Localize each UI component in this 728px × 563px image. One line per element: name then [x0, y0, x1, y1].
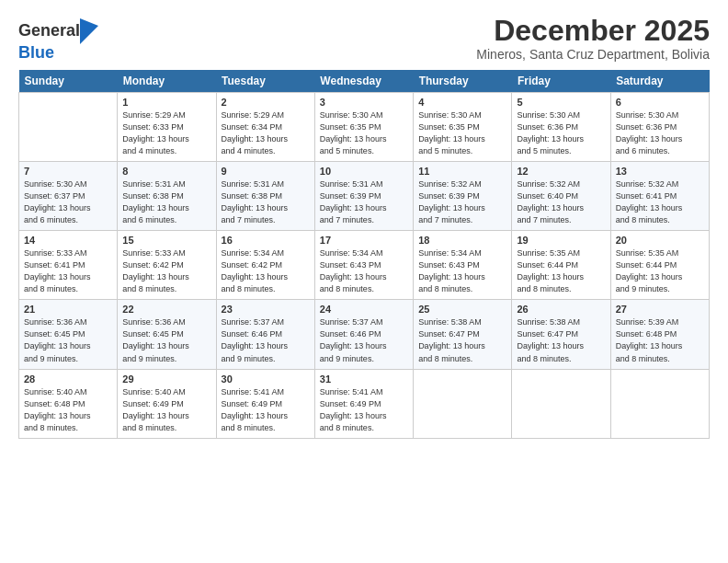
col-friday: Friday — [512, 70, 610, 93]
day-number: 25 — [418, 304, 506, 315]
day-number: 11 — [418, 166, 506, 177]
calendar-cell — [414, 369, 512, 438]
day-number: 18 — [418, 235, 506, 246]
day-number: 1 — [122, 97, 210, 108]
day-number: 12 — [517, 166, 605, 177]
day-info: Sunrise: 5:30 AM Sunset: 6:35 PM Dayligh… — [320, 110, 387, 155]
day-number: 22 — [122, 304, 210, 315]
calendar-cell: 27Sunrise: 5:39 AM Sunset: 6:48 PM Dayli… — [610, 300, 709, 369]
calendar-week-3: 14Sunrise: 5:33 AM Sunset: 6:41 PM Dayli… — [19, 231, 710, 300]
day-info: Sunrise: 5:32 AM Sunset: 6:40 PM Dayligh… — [517, 179, 584, 224]
day-number: 19 — [517, 235, 605, 246]
day-number: 15 — [122, 235, 210, 246]
col-thursday: Thursday — [414, 70, 512, 93]
day-info: Sunrise: 5:38 AM Sunset: 6:47 PM Dayligh… — [517, 317, 584, 362]
calendar-cell: 29Sunrise: 5:40 AM Sunset: 6:49 PM Dayli… — [118, 369, 216, 438]
logo: General Blue — [18, 18, 98, 63]
day-number: 7 — [24, 166, 112, 177]
col-wednesday: Wednesday — [314, 70, 413, 93]
day-number: 6 — [616, 97, 704, 108]
calendar-cell: 22Sunrise: 5:36 AM Sunset: 6:45 PM Dayli… — [118, 300, 216, 369]
day-number: 21 — [24, 304, 112, 315]
logo-general: General — [18, 22, 80, 40]
calendar-cell: 24Sunrise: 5:37 AM Sunset: 6:46 PM Dayli… — [314, 300, 413, 369]
day-number: 27 — [616, 304, 704, 315]
day-info: Sunrise: 5:31 AM Sunset: 6:38 PM Dayligh… — [122, 179, 189, 224]
day-info: Sunrise: 5:30 AM Sunset: 6:37 PM Dayligh… — [24, 179, 91, 224]
calendar-week-2: 7Sunrise: 5:30 AM Sunset: 6:37 PM Daylig… — [19, 161, 710, 230]
calendar-cell: 10Sunrise: 5:31 AM Sunset: 6:39 PM Dayli… — [314, 161, 413, 230]
day-number: 3 — [320, 97, 408, 108]
day-number: 23 — [222, 304, 310, 315]
calendar-cell: 11Sunrise: 5:32 AM Sunset: 6:39 PM Dayli… — [414, 161, 512, 230]
day-info: Sunrise: 5:40 AM Sunset: 6:48 PM Dayligh… — [24, 387, 91, 432]
calendar-cell: 21Sunrise: 5:36 AM Sunset: 6:45 PM Dayli… — [19, 300, 118, 369]
day-info: Sunrise: 5:30 AM Sunset: 6:36 PM Dayligh… — [616, 110, 683, 155]
calendar-cell: 5Sunrise: 5:30 AM Sunset: 6:36 PM Daylig… — [512, 92, 610, 161]
day-info: Sunrise: 5:34 AM Sunset: 6:43 PM Dayligh… — [418, 248, 485, 293]
page: General Blue December 2025 Mineros, Sant… — [0, 0, 728, 563]
day-number: 29 — [122, 373, 210, 385]
calendar-cell: 25Sunrise: 5:38 AM Sunset: 6:47 PM Dayli… — [414, 300, 512, 369]
calendar-cell: 30Sunrise: 5:41 AM Sunset: 6:49 PM Dayli… — [216, 369, 314, 438]
col-tuesday: Tuesday — [216, 70, 314, 93]
day-info: Sunrise: 5:30 AM Sunset: 6:36 PM Dayligh… — [517, 110, 584, 155]
day-number: 13 — [616, 166, 704, 177]
day-number: 16 — [222, 235, 310, 246]
day-info: Sunrise: 5:32 AM Sunset: 6:41 PM Dayligh… — [616, 179, 683, 224]
day-number: 30 — [222, 373, 310, 385]
day-number: 28 — [24, 373, 112, 385]
day-info: Sunrise: 5:37 AM Sunset: 6:46 PM Dayligh… — [320, 317, 387, 362]
calendar-cell: 23Sunrise: 5:37 AM Sunset: 6:46 PM Dayli… — [216, 300, 314, 369]
calendar-cell: 9Sunrise: 5:31 AM Sunset: 6:38 PM Daylig… — [216, 161, 314, 230]
day-info: Sunrise: 5:35 AM Sunset: 6:44 PM Dayligh… — [517, 248, 584, 293]
day-info: Sunrise: 5:33 AM Sunset: 6:41 PM Dayligh… — [24, 248, 91, 293]
day-info: Sunrise: 5:31 AM Sunset: 6:39 PM Dayligh… — [320, 179, 387, 224]
calendar-cell: 8Sunrise: 5:31 AM Sunset: 6:38 PM Daylig… — [118, 161, 216, 230]
calendar-cell: 14Sunrise: 5:33 AM Sunset: 6:41 PM Dayli… — [19, 231, 118, 300]
day-info: Sunrise: 5:30 AM Sunset: 6:35 PM Dayligh… — [418, 110, 485, 155]
day-info: Sunrise: 5:32 AM Sunset: 6:39 PM Dayligh… — [418, 179, 485, 224]
day-info: Sunrise: 5:41 AM Sunset: 6:49 PM Dayligh… — [320, 387, 387, 432]
subtitle: Mineros, Santa Cruz Department, Bolivia — [476, 47, 710, 62]
day-info: Sunrise: 5:36 AM Sunset: 6:45 PM Dayligh… — [122, 317, 189, 362]
svg-marker-0 — [80, 18, 98, 44]
calendar-cell — [610, 369, 709, 438]
calendar-cell: 16Sunrise: 5:34 AM Sunset: 6:42 PM Dayli… — [216, 231, 314, 300]
header-row: Sunday Monday Tuesday Wednesday Thursday… — [19, 70, 710, 93]
day-number: 20 — [616, 235, 704, 246]
day-number: 26 — [517, 304, 605, 315]
day-info: Sunrise: 5:31 AM Sunset: 6:38 PM Dayligh… — [222, 179, 289, 224]
day-info: Sunrise: 5:41 AM Sunset: 6:49 PM Dayligh… — [222, 387, 289, 432]
col-sunday: Sunday — [19, 70, 118, 93]
calendar-cell: 7Sunrise: 5:30 AM Sunset: 6:37 PM Daylig… — [19, 161, 118, 230]
day-number: 2 — [222, 97, 310, 108]
day-number: 4 — [418, 97, 506, 108]
day-number: 5 — [517, 97, 605, 108]
calendar-cell: 6Sunrise: 5:30 AM Sunset: 6:36 PM Daylig… — [610, 92, 709, 161]
day-info: Sunrise: 5:29 AM Sunset: 6:34 PM Dayligh… — [222, 110, 289, 155]
calendar-table: Sunday Monday Tuesday Wednesday Thursday… — [18, 70, 710, 439]
calendar-cell: 2Sunrise: 5:29 AM Sunset: 6:34 PM Daylig… — [216, 92, 314, 161]
header: General Blue December 2025 Mineros, Sant… — [18, 15, 710, 63]
day-info: Sunrise: 5:35 AM Sunset: 6:44 PM Dayligh… — [616, 248, 683, 293]
calendar-cell: 19Sunrise: 5:35 AM Sunset: 6:44 PM Dayli… — [512, 231, 610, 300]
main-title: December 2025 — [476, 15, 710, 47]
calendar-week-5: 28Sunrise: 5:40 AM Sunset: 6:48 PM Dayli… — [19, 369, 710, 438]
day-number: 9 — [222, 166, 310, 177]
day-info: Sunrise: 5:34 AM Sunset: 6:42 PM Dayligh… — [222, 248, 289, 293]
calendar-cell: 20Sunrise: 5:35 AM Sunset: 6:44 PM Dayli… — [610, 231, 709, 300]
calendar-cell: 4Sunrise: 5:30 AM Sunset: 6:35 PM Daylig… — [414, 92, 512, 161]
col-monday: Monday — [118, 70, 216, 93]
calendar-cell — [19, 92, 118, 161]
day-info: Sunrise: 5:33 AM Sunset: 6:42 PM Dayligh… — [122, 248, 189, 293]
logo-blue: Blue — [18, 43, 54, 62]
calendar-cell: 31Sunrise: 5:41 AM Sunset: 6:49 PM Dayli… — [314, 369, 413, 438]
calendar-cell: 28Sunrise: 5:40 AM Sunset: 6:48 PM Dayli… — [19, 369, 118, 438]
calendar-week-1: 1Sunrise: 5:29 AM Sunset: 6:33 PM Daylig… — [19, 92, 710, 161]
calendar-cell: 26Sunrise: 5:38 AM Sunset: 6:47 PM Dayli… — [512, 300, 610, 369]
day-info: Sunrise: 5:29 AM Sunset: 6:33 PM Dayligh… — [122, 110, 189, 155]
calendar-cell: 3Sunrise: 5:30 AM Sunset: 6:35 PM Daylig… — [314, 92, 413, 161]
day-info: Sunrise: 5:40 AM Sunset: 6:49 PM Dayligh… — [122, 387, 189, 432]
title-block: December 2025 Mineros, Santa Cruz Depart… — [476, 15, 710, 62]
